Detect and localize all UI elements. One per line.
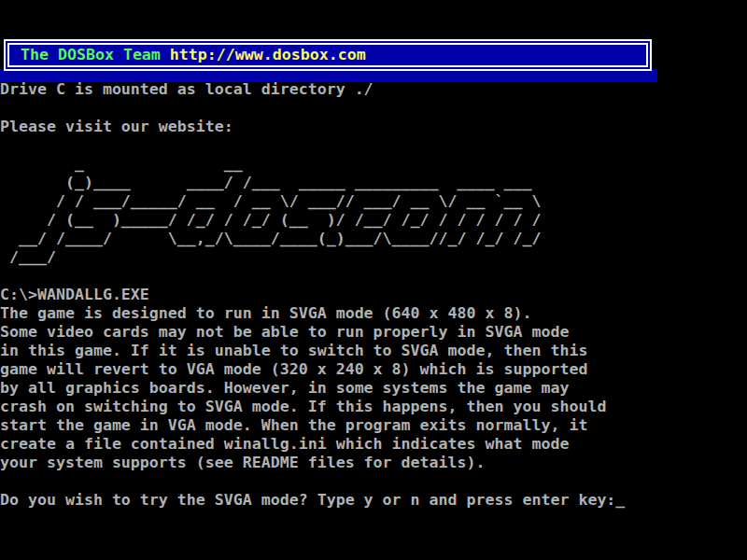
svga-question: Do you wish to try the SVGA mode? Type y… — [0, 491, 615, 509]
text-cursor[interactable]: _ — [615, 491, 625, 509]
mount-message: Drive C is mounted as local directory ./ — [0, 80, 374, 98]
command-prompt-line: C:\>WANDALLG.EXE — [0, 286, 149, 303]
game-mode-message: The game is designed to run in SVGA mode… — [0, 304, 606, 471]
jsdos-ascii-logo: _ __ (_)____ ____/ /___ _____ _________ … — [0, 155, 541, 266]
banner-url-link: http://www.dosbox.com — [170, 46, 366, 63]
console-output: Drive C is mounted as local directory ./… — [0, 80, 625, 510]
website-message: Please visit our website: — [0, 118, 233, 135]
dosbox-banner-box: The DOSBox Team http://www.dosbox.com — [4, 39, 652, 71]
banner-text: The DOSBox Team http://www.dosbox.com — [9, 46, 366, 64]
dos-screen: The DOSBox Team http://www.dosbox.com Dr… — [0, 0, 747, 560]
banner-team-label: The DOSBox Team — [21, 46, 170, 63]
